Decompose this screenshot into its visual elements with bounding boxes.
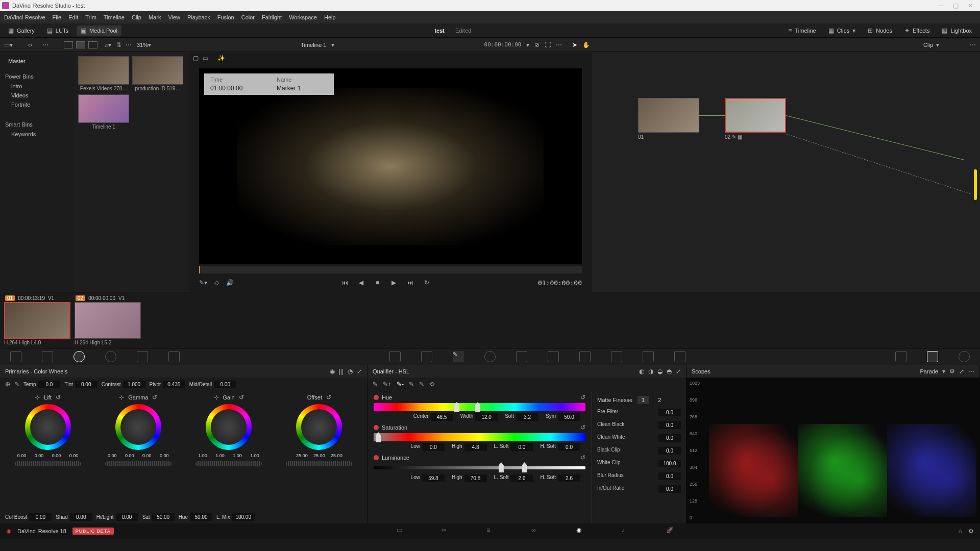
timecode[interactable]: 00:00:00:00 bbox=[484, 41, 527, 48]
picker-icon[interactable]: ⊹ bbox=[119, 394, 124, 401]
loop-button[interactable]: ↻ bbox=[422, 278, 431, 287]
picker-icon[interactable]: ⊹ bbox=[214, 394, 219, 401]
middetail-value[interactable]: 0.00 bbox=[214, 381, 236, 388]
nodes-button[interactable]: ⊞Nodes bbox=[864, 26, 896, 36]
pick-white-icon[interactable]: ✎ bbox=[14, 381, 19, 388]
highlight-icon[interactable]: ▢ bbox=[193, 55, 199, 62]
bin-videos[interactable]: Videos bbox=[4, 91, 70, 100]
invert-icon[interactable]: ⟲ bbox=[429, 381, 434, 388]
hand-icon[interactable]: ✋ bbox=[582, 41, 590, 48]
blur-icon[interactable] bbox=[579, 351, 591, 362]
sat-value[interactable]: 50.00 bbox=[152, 513, 175, 521]
menu-workspace[interactable]: Workspace bbox=[289, 14, 317, 20]
menu-file[interactable]: File bbox=[53, 14, 62, 20]
bin-intro[interactable]: intro bbox=[4, 82, 70, 91]
eyedrop-sub-icon[interactable]: ✎- bbox=[397, 381, 404, 388]
menu-view[interactable]: View bbox=[168, 14, 180, 20]
qualifier-icon[interactable]: ✎ bbox=[453, 351, 464, 362]
blackclip-value[interactable]: 0.0 bbox=[658, 447, 681, 455]
feather-add-icon[interactable]: ✎ bbox=[409, 381, 414, 388]
lum-icon[interactable]: ◒ bbox=[657, 368, 663, 375]
lum-hsoft[interactable]: 2.6 bbox=[558, 474, 580, 482]
lightbox-button[interactable]: ▦Lightbox bbox=[938, 26, 976, 36]
reset-icon[interactable]: ↺ bbox=[580, 394, 585, 401]
media-thumb[interactable]: production ID 519… bbox=[132, 56, 183, 91]
color-wheels-icon[interactable] bbox=[74, 351, 85, 362]
menu-color[interactable]: Color bbox=[241, 14, 255, 20]
pointer-icon[interactable]: ➤ bbox=[572, 41, 577, 48]
view-thumb-icon[interactable] bbox=[64, 41, 73, 48]
timeline-name[interactable]: Timeline 1 bbox=[301, 42, 326, 48]
bypass-icon[interactable]: ⊘ bbox=[534, 41, 540, 48]
wheel-mode-icon[interactable]: ◉ bbox=[330, 368, 335, 375]
rgb-icon[interactable]: ◑ bbox=[648, 368, 653, 375]
more-icon[interactable]: ⋯ bbox=[968, 368, 974, 375]
page-cut-icon[interactable]: ✂ bbox=[442, 527, 451, 536]
hilight-value[interactable]: 0.00 bbox=[116, 513, 138, 521]
menu-help[interactable]: Help bbox=[324, 14, 336, 20]
menu-trim[interactable]: Trim bbox=[85, 14, 96, 20]
sat-gradient[interactable] bbox=[374, 433, 585, 441]
bin-keywords[interactable]: Keywords bbox=[4, 130, 70, 139]
pivot-value[interactable]: 0.435 bbox=[163, 381, 185, 388]
zoom-label[interactable]: 31% bbox=[137, 42, 148, 48]
hsl-icon[interactable]: ◐ bbox=[639, 368, 644, 375]
shad-value[interactable]: 0.00 bbox=[70, 513, 92, 521]
chevron-down-icon[interactable]: ▾ bbox=[108, 41, 111, 48]
offset-wheel[interactable] bbox=[296, 404, 342, 450]
unmix-icon[interactable]: ◇ bbox=[214, 279, 219, 286]
smartbins-header[interactable]: Smart Bins bbox=[4, 119, 70, 130]
tint-value[interactable]: 0.00 bbox=[75, 381, 97, 388]
lum-gradient[interactable] bbox=[374, 466, 585, 469]
sizing-icon[interactable] bbox=[643, 351, 654, 362]
view-list-icon[interactable] bbox=[88, 41, 97, 48]
expand-icon[interactable]: ⛶ bbox=[545, 41, 551, 48]
whiteclip-value[interactable]: 100.0 bbox=[658, 460, 681, 467]
window-icon[interactable] bbox=[484, 351, 496, 362]
eyedrop-pick-icon[interactable]: ✎ bbox=[373, 381, 378, 388]
node-02[interactable]: 02 ✎ ▦ bbox=[725, 98, 786, 140]
contrast-value[interactable]: 1.000 bbox=[123, 381, 145, 388]
camera-raw-icon[interactable] bbox=[10, 351, 21, 362]
scopes-mode[interactable]: Parade bbox=[920, 368, 938, 374]
info-icon[interactable] bbox=[959, 351, 970, 362]
lum-toggle[interactable] bbox=[374, 455, 379, 460]
offset-jog[interactable] bbox=[286, 461, 352, 466]
node-01[interactable]: 01 bbox=[638, 98, 699, 140]
wand-icon[interactable]: ✨ bbox=[217, 55, 225, 62]
motion-icon[interactable] bbox=[168, 351, 180, 362]
close-icon[interactable]: ✕ bbox=[968, 2, 973, 9]
expand-icon[interactable]: ⤢ bbox=[357, 368, 362, 375]
matte-tab-2[interactable]: 2 bbox=[654, 396, 665, 404]
scope-settings-icon[interactable]: ⚙ bbox=[949, 368, 955, 375]
gallery-button[interactable]: ▦Gallery bbox=[4, 26, 39, 36]
more-icon[interactable]: ⋯ bbox=[126, 41, 132, 48]
mediapool-button[interactable]: ▣Media Pool bbox=[77, 26, 121, 36]
picker-icon[interactable]: ⊹ bbox=[35, 394, 40, 401]
timeline-button[interactable]: ≡Timeline bbox=[785, 26, 820, 36]
clip-selector[interactable]: Clip bbox=[923, 42, 933, 48]
sat-toggle[interactable] bbox=[374, 425, 379, 430]
bars-mode-icon[interactable]: ||| bbox=[339, 368, 344, 375]
reset-icon[interactable]: ↺ bbox=[152, 394, 157, 401]
3d-icon[interactable]: ◓ bbox=[667, 368, 672, 375]
menu-davinci[interactable]: DaVinci Resolve bbox=[4, 14, 45, 20]
media-thumb[interactable]: Timeline 1 bbox=[78, 94, 129, 130]
gain-wheel[interactable] bbox=[206, 404, 252, 450]
feather-sub-icon[interactable]: ✎ bbox=[419, 381, 424, 388]
effects-button[interactable]: ✦Effects bbox=[900, 26, 934, 36]
powerbins-header[interactable]: Power Bins bbox=[4, 71, 70, 82]
nav-fwd-icon[interactable]: › bbox=[30, 41, 32, 48]
stop-button[interactable]: ■ bbox=[373, 278, 382, 287]
prev-button[interactable]: ◀ bbox=[357, 278, 366, 287]
hue-toggle[interactable] bbox=[374, 395, 379, 400]
hue-center[interactable]: 46.5 bbox=[431, 413, 453, 421]
menu-playback[interactable]: Playback bbox=[187, 14, 210, 20]
play-button[interactable]: ▶ bbox=[389, 278, 399, 287]
view-grid-icon[interactable] bbox=[76, 41, 85, 48]
settings-icon[interactable]: ⚙ bbox=[968, 528, 974, 535]
hue-sym[interactable]: 50.0 bbox=[558, 413, 580, 421]
eyedropper-icon[interactable]: ✎▾ bbox=[199, 279, 207, 286]
page-media-icon[interactable]: ▭ bbox=[397, 527, 406, 536]
split-icon[interactable]: ▭ bbox=[203, 55, 208, 62]
